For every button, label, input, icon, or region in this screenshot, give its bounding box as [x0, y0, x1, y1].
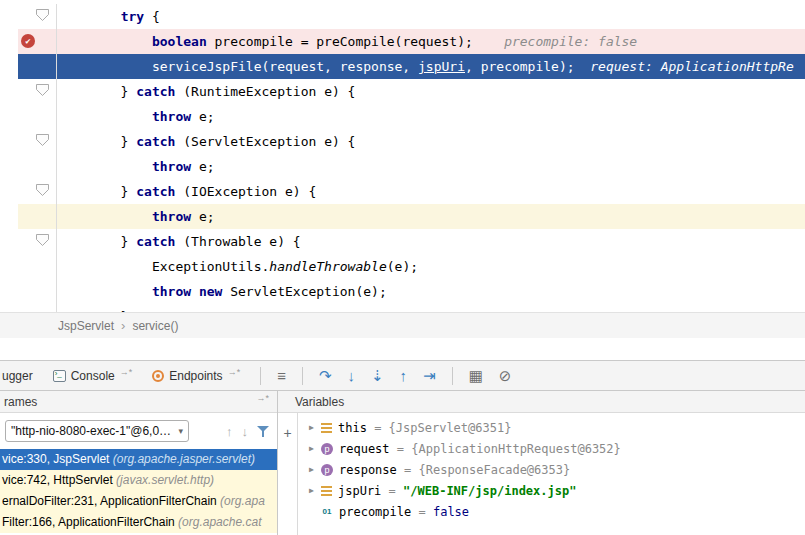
breadcrumb-item-class[interactable]: JspServlet	[58, 319, 114, 333]
layout-settings-icon[interactable]: ≡	[277, 368, 286, 383]
tab-endpoints[interactable]: Endpoints →*	[142, 361, 250, 390]
code-line[interactable]: } catch (IOException e) {	[0, 179, 805, 204]
tab-label: Endpoints	[169, 369, 222, 383]
gutter	[18, 79, 57, 104]
variables-toolbar: +	[278, 413, 298, 535]
debug-panels: rames →* "http-nio-8080-exec-1"@6,0… ▾ ↑…	[0, 391, 805, 535]
tab-jump-indicator: →*	[120, 367, 133, 377]
step-over-icon[interactable]: ↷	[319, 368, 332, 383]
thread-selector[interactable]: "http-nio-8080-exec-1"@6,0… ▾	[5, 420, 189, 442]
fold-marker-icon[interactable]	[36, 79, 49, 91]
tab-label: ugger	[2, 369, 33, 383]
toolbar-separator	[452, 367, 453, 385]
code-text: throw new ServletException(e);	[57, 279, 805, 304]
view-breakpoints-icon[interactable]: ▦	[469, 368, 483, 383]
frame-location: Filter:166, ApplicationFilterChain	[2, 515, 178, 529]
code-line[interactable]: throw e;	[0, 154, 805, 179]
expand-chevron-icon[interactable]: ▶	[304, 444, 319, 453]
gutter-edge	[0, 129, 18, 154]
gutter-edge	[0, 79, 18, 104]
gutter-edge	[0, 204, 18, 229]
code-line[interactable]: } catch (Throwable e) {	[0, 229, 805, 254]
step-out-icon[interactable]: ↑	[400, 368, 408, 383]
variable-row[interactable]: ▶this = {JspServlet@6351}	[298, 417, 805, 438]
breakpoint-icon[interactable]: ✔	[21, 34, 35, 48]
code-text: throw e;	[57, 104, 805, 129]
variables-header: Variables	[278, 391, 805, 413]
expand-chevron-icon[interactable]: ▶	[304, 465, 319, 474]
fold-marker-icon[interactable]	[36, 4, 49, 16]
code-line[interactable]: ExceptionUtils.handleThrowable(e);	[0, 254, 805, 279]
value-icon	[321, 423, 332, 433]
breadcrumb-item-method[interactable]: service()	[132, 319, 178, 333]
code-line[interactable]: ✔ boolean precompile = preCompile(reques…	[0, 29, 805, 54]
code-text: } catch (Throwable e) {	[57, 229, 805, 254]
code-line[interactable]: try {	[0, 4, 805, 29]
variable-value: {ApplicationHttpRequest@6352}	[411, 442, 621, 456]
variable-value: {ResponseFacade@6353}	[418, 463, 570, 477]
variable-name: request	[339, 442, 390, 456]
frame-package: (org.apache.cat	[178, 515, 261, 529]
variable-row[interactable]: ▶jspUri = "/WEB-INF/jsp/index.jsp"	[298, 480, 805, 501]
gutter	[18, 229, 57, 254]
stack-frame-row[interactable]: vice:742, HttpServlet (javax.servlet.htt…	[0, 470, 277, 491]
gutter-edge	[0, 104, 18, 129]
code-text: }	[57, 304, 805, 312]
gutter	[18, 54, 57, 79]
expand-chevron-icon[interactable]: ▶	[304, 423, 319, 432]
frame-package: (org.apa	[220, 494, 265, 508]
new-watch-button[interactable]: +	[283, 425, 291, 441]
code-line[interactable]: throw e;	[0, 104, 805, 129]
stack-frame-row[interactable]: vice:330, JspServlet (org.apache.jasper.…	[0, 449, 277, 470]
fold-marker-icon[interactable]	[36, 229, 49, 241]
variable-name: precompile	[339, 505, 411, 519]
gutter	[18, 279, 57, 304]
gutter-edge	[0, 304, 18, 312]
code-line[interactable]: } catch (RuntimeException e) {	[0, 79, 805, 104]
tab-console[interactable]: Console →*	[43, 361, 143, 390]
hide-library-frames-filter-icon[interactable]	[257, 425, 269, 438]
code-text: boolean precompile = preCompile(request)…	[57, 29, 805, 54]
debug-actions: ≡↷↓⇣↑⇥▦⊘	[260, 367, 511, 385]
parameter-icon: p	[321, 443, 333, 455]
variables-panel: Variables + ▶this = {JspServlet@6351}▶pr…	[278, 391, 805, 535]
code-line[interactable]: } catch (ServletException e) {	[0, 129, 805, 154]
variable-name: response	[339, 463, 397, 477]
chevron-right-icon: ›	[121, 318, 125, 333]
stack-frame-row[interactable]: ernalDoFilter:231, ApplicationFilterChai…	[0, 491, 277, 512]
gutter	[18, 154, 57, 179]
previous-frame-button[interactable]: ↑	[226, 424, 233, 439]
fold-marker-icon[interactable]	[36, 179, 49, 191]
variable-name: jspUri	[338, 484, 381, 498]
force-step-into-icon[interactable]: ⇣	[371, 368, 384, 383]
gutter: ✔	[18, 29, 57, 54]
code-line[interactable]: throw new ServletException(e);	[0, 279, 805, 304]
frame-package: (org.apache.jasper.servlet)	[113, 452, 255, 466]
thread-selector-value: "http-nio-8080-exec-1"@6,0…	[11, 424, 175, 438]
stack-frame-row[interactable]: Filter:166, ApplicationFilterChain (org.…	[0, 512, 277, 533]
step-into-icon[interactable]: ↓	[347, 368, 355, 383]
variables-tree: ▶this = {JspServlet@6351}▶prequest = {Ap…	[298, 413, 805, 535]
gutter	[18, 179, 57, 204]
gutter-edge	[0, 179, 18, 204]
variable-row[interactable]: ▶presponse = {ResponseFacade@6353}	[298, 459, 805, 480]
value-icon	[321, 486, 332, 496]
parameter-icon: p	[321, 464, 333, 476]
breadcrumb: JspServlet › service()	[0, 312, 805, 338]
tab-debugger[interactable]: ugger	[0, 361, 43, 390]
code-line[interactable]: throw e;	[0, 204, 805, 229]
gutter	[18, 4, 57, 29]
next-frame-button[interactable]: ↓	[242, 424, 249, 439]
variable-row[interactable]: ▶prequest = {ApplicationHttpRequest@6352…	[298, 438, 805, 459]
variable-row[interactable]: 01precompile = false	[298, 501, 805, 522]
editor-toolwindow-splitter[interactable]	[0, 338, 805, 360]
code-line[interactable]: }	[0, 304, 805, 312]
code-line[interactable]: serviceJspFile(request, response, jspUri…	[0, 54, 805, 79]
run-to-cursor-icon[interactable]: ⇥	[423, 368, 436, 383]
mute-breakpoints-icon[interactable]: ⊘	[499, 368, 512, 383]
console-icon	[53, 370, 66, 382]
code-area: try {✔ boolean precompile = preCompile(r…	[0, 4, 805, 312]
expand-chevron-icon[interactable]: ▶	[304, 486, 319, 495]
gutter	[18, 104, 57, 129]
fold-marker-icon[interactable]	[36, 129, 49, 141]
